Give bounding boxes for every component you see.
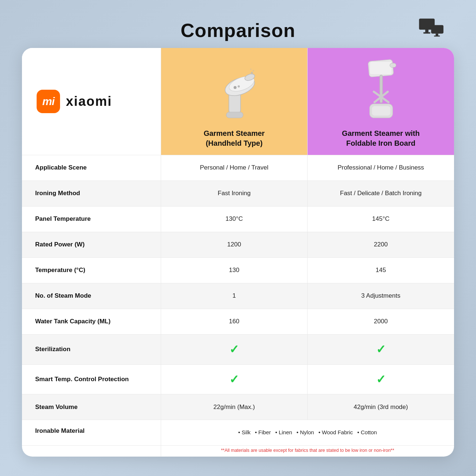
spec-val-2: 145 (308, 258, 454, 283)
outer-container: Comparison mi xiaom (22, 12, 454, 464)
mi-logo: mi (37, 90, 60, 113)
spec-label: Water Tank Capacity (ML) (22, 309, 161, 334)
brand-name: xiaomi (66, 94, 112, 109)
mi-logo-symbol: mi (42, 95, 54, 108)
spec-val-1: 160 (161, 309, 308, 334)
spec-val-1: ✓ (161, 365, 308, 394)
ironable-label: Ironable Material (22, 420, 161, 445)
product-name-handheld: Garment Steamer(Handheld Type) (196, 129, 272, 148)
spec-val-2: 2000 (308, 309, 454, 334)
svg-rect-7 (434, 36, 440, 37)
product-header-foldable: Garment Steamer withFoldable Iron Board (308, 48, 454, 155)
svg-point-15 (251, 72, 253, 74)
spec-val-1: ✓ (161, 335, 308, 364)
spec-val-2: 2200 (308, 232, 454, 257)
spec-val-2: ✓ (308, 365, 454, 394)
table-row: Smart Temp. Control Protection✓✓ (22, 364, 454, 394)
checkmark: ✓ (376, 371, 386, 388)
spec-label: Rated Power (W) (22, 232, 161, 257)
svg-point-16 (253, 70, 254, 71)
page-title-row: Comparison (22, 19, 454, 41)
header-row: mi xiaomi (22, 48, 454, 155)
table-row: Steam Volume22g/min (Max.)42g/min (3rd m… (22, 394, 454, 420)
table-row: Rated Power (W)12002200 (22, 232, 454, 257)
compare-icon (417, 18, 447, 43)
comparison-card: mi xiaomi (22, 48, 454, 457)
svg-rect-14 (226, 112, 243, 118)
svg-point-17 (250, 68, 252, 70)
spec-val-1: 1200 (161, 232, 308, 257)
material-item: • Cotton (357, 428, 377, 436)
spec-label: Ironing Method (22, 181, 161, 206)
svg-rect-6 (436, 33, 438, 35)
page-title: Comparison (181, 19, 295, 41)
table-row: Water Tank Capacity (ML)1602000 (22, 309, 454, 334)
logo-cell: mi xiaomi (22, 48, 161, 155)
material-item: • Wood Fabric (319, 428, 353, 436)
svg-rect-19 (370, 62, 392, 75)
spec-val-2: 3 Adjustments (308, 283, 454, 309)
spec-label: Steam Volume (22, 394, 161, 420)
product-image-handheld (161, 48, 307, 129)
checkmark: ✓ (229, 341, 239, 358)
spec-label: Applicable Scene (22, 155, 161, 181)
table-row: Ironing MethodFast IroningFast / Delicat… (22, 181, 454, 206)
table-row: Sterilization✓✓ (22, 334, 454, 364)
spec-val-2: Fast / Delicate / Batch Ironing (308, 181, 454, 206)
spec-val-1: 22g/min (Max.) (161, 394, 308, 420)
spec-label: Sterilization (22, 335, 161, 364)
product-header-handheld: Garment Steamer(Handheld Type) (161, 48, 308, 155)
ironable-materials: • Silk• Fiber• Linen• Nylon• Wood Fabric… (161, 420, 454, 445)
svg-rect-24 (372, 106, 390, 116)
product-image-foldable (308, 48, 454, 129)
spec-val-1: 130°C (161, 207, 308, 232)
material-item: • Silk (238, 428, 251, 436)
materials-list: • Silk• Fiber• Linen• Nylon• Wood Fabric… (238, 428, 377, 436)
spec-val-1: Personal / Home / Travel (161, 155, 308, 181)
spec-val-2: Professional / Home / Business (308, 155, 454, 181)
footnote-row: **All materials are usable except for fa… (22, 445, 454, 457)
spec-label: Panel Temperature (22, 207, 161, 232)
table-row: Applicable ScenePersonal / Home / Travel… (22, 155, 454, 181)
checkmark: ✓ (229, 371, 239, 388)
spec-label: No. of Steam Mode (22, 283, 161, 309)
material-item: • Nylon (297, 428, 314, 436)
table-body: Applicable ScenePersonal / Home / Travel… (22, 155, 454, 420)
material-item: • Fiber (255, 428, 271, 436)
checkmark: ✓ (376, 341, 386, 358)
svg-rect-3 (423, 32, 431, 34)
svg-point-12 (234, 86, 237, 89)
table-row: Panel Temperature130°C145°C (22, 206, 454, 232)
ironable-row: Ironable Material • Silk• Fiber• Linen• … (22, 420, 454, 445)
svg-rect-5 (432, 26, 442, 31)
product-name-foldable: Garment Steamer withFoldable Iron Board (335, 129, 427, 148)
svg-rect-25 (390, 63, 396, 67)
spec-label: Smart Temp. Control Protection (22, 365, 161, 394)
svg-point-13 (238, 85, 240, 88)
spec-val-2: 42g/min (3rd mode) (308, 394, 454, 420)
table-row: No. of Steam Mode13 Adjustments (22, 283, 454, 309)
spec-val-1: 130 (161, 258, 308, 283)
table-row: Temperature (°C)130145 (22, 257, 454, 283)
spec-val-1: Fast Ironing (161, 181, 308, 206)
footnote-spacer (22, 446, 161, 457)
svg-rect-2 (425, 30, 428, 32)
material-item: • Linen (275, 428, 292, 436)
spec-val-2: 145°C (308, 207, 454, 232)
spec-label: Temperature (°C) (22, 258, 161, 283)
spec-val-2: ✓ (308, 335, 454, 364)
spec-val-1: 1 (161, 283, 308, 309)
footnote-text: **All materials are usable except for fa… (161, 446, 454, 457)
